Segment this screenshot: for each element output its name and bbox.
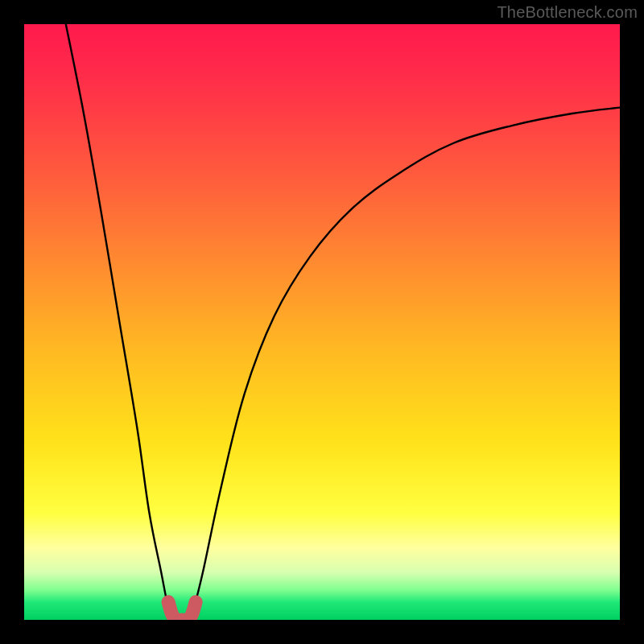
- watermark-text: TheBottleneck.com: [497, 3, 638, 22]
- bottleneck-curve-left-branch: [66, 24, 173, 620]
- bottleneck-curve-right-branch: [191, 108, 620, 620]
- plot-area: [24, 24, 620, 620]
- chart-frame: TheBottleneck.com: [0, 0, 644, 644]
- valley-marker: [168, 602, 196, 620]
- curve-layer: [66, 24, 620, 620]
- curves-svg: [24, 24, 620, 620]
